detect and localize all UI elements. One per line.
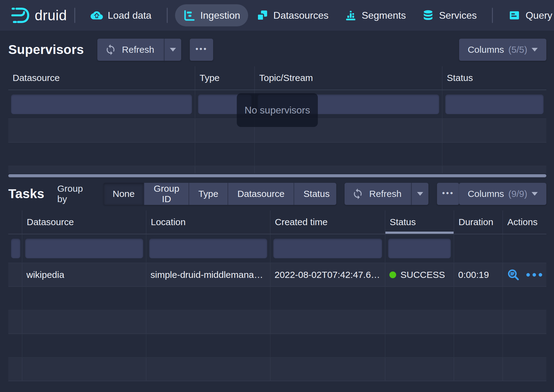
column-header-datasource[interactable]: Datasource	[8, 66, 195, 90]
empty-message: No supervisors	[244, 105, 310, 116]
nav-item-label: Query	[525, 10, 552, 21]
druid-logo[interactable]: druid	[11, 6, 67, 25]
task-location: simple-druid-middlemanager...	[150, 270, 266, 280]
chevron-down-icon	[417, 192, 423, 196]
tasks-table-header: Datasource Location Created time Status …	[8, 210, 546, 234]
refresh-icon	[352, 188, 364, 200]
columns-count: (9/9)	[508, 189, 527, 199]
supervisors-more-button[interactable]: •••	[190, 39, 213, 61]
success-status-dot	[389, 271, 396, 278]
nav-load-data[interactable]: Load data	[83, 4, 159, 26]
nav-ingestion[interactable]: Ingestion	[175, 4, 248, 26]
supervisors-refresh-interval-dropdown[interactable]	[164, 39, 181, 61]
brand-wordmark: druid	[35, 7, 67, 24]
status-filter-input[interactable]	[445, 94, 544, 114]
nav-item-label: Load data	[108, 10, 151, 21]
column-header-topic-stream[interactable]: Topic/Stream	[255, 66, 443, 90]
columns-count: (5/5)	[508, 44, 527, 55]
column-header-duration[interactable]: Duration	[454, 210, 503, 234]
supervisors-table-header: Datasource Type Topic/Stream Status	[8, 66, 546, 90]
column-header-blank	[8, 210, 22, 234]
tasks-table: Datasource Location Created time Status …	[8, 210, 546, 381]
group-by-label: Group by	[57, 183, 93, 204]
created-time-filter-input[interactable]	[273, 239, 382, 258]
column-header-type[interactable]: Type	[195, 66, 255, 90]
empty-row	[8, 287, 546, 310]
columns-label: Columns	[468, 44, 504, 55]
group-by-status-button[interactable]: Status	[294, 183, 336, 205]
column-header-datasource[interactable]: Datasource	[22, 210, 146, 234]
database-icon	[422, 9, 434, 21]
column-header-location[interactable]: Location	[146, 210, 271, 234]
no-supervisors-overlay: No supervisors	[237, 93, 318, 127]
empty-row	[8, 310, 546, 334]
task-row-wikipedia[interactable]: wikipedia simple-druid-middlemanager... …	[8, 263, 546, 287]
column-header-actions[interactable]: Actions	[503, 210, 546, 234]
status-sort-indicator	[385, 232, 454, 234]
ellipsis-icon: •••	[195, 44, 207, 54]
refresh-label: Refresh	[369, 189, 401, 199]
column-header-created-time[interactable]: Created time	[271, 210, 385, 234]
tasks-filter-row	[8, 234, 546, 263]
empty-row	[8, 143, 546, 166]
ellipsis-icon: •••	[442, 188, 454, 198]
datasource-filter-input[interactable]	[25, 239, 143, 258]
stacked-squares-icon	[256, 9, 268, 21]
nav-query[interactable]: Query	[500, 4, 554, 26]
nav-segments[interactable]: Segments	[337, 4, 414, 26]
task-status: SUCCESS	[400, 270, 445, 280]
empty-row	[8, 334, 546, 358]
supervisors-table: Datasource Type Topic/Stream Status No s…	[8, 66, 546, 173]
druid-logo-icon	[11, 6, 30, 25]
group-by-none-button[interactable]: None	[103, 183, 145, 205]
supervisors-refresh-button[interactable]: Refresh	[97, 39, 164, 61]
more-actions-icon[interactable]	[526, 273, 542, 277]
nav-divider	[74, 8, 75, 23]
status-filter-input[interactable]	[388, 239, 451, 258]
tasks-title: Tasks	[8, 186, 44, 201]
tasks-columns-button[interactable]: Columns (9/9)	[459, 183, 546, 205]
group-by-group-id-button[interactable]: Group ID	[144, 183, 189, 205]
group-by-segmented-control: None Group ID Type Datasource Status	[103, 183, 337, 205]
magnify-details-icon[interactable]	[507, 268, 520, 281]
chevron-down-icon	[532, 48, 538, 52]
horizontal-scrollbar[interactable]	[8, 174, 546, 177]
supervisors-title: Supervisors	[8, 42, 84, 57]
nav-item-label: Segments	[362, 10, 406, 21]
bar-segments-icon	[345, 9, 357, 21]
group-by-type-button[interactable]: Type	[189, 183, 228, 205]
empty-row	[8, 166, 546, 173]
column-header-status[interactable]: Status	[443, 66, 546, 90]
datasource-filter-input[interactable]	[11, 94, 192, 114]
columns-label: Columns	[468, 189, 504, 199]
cloud-upload-icon	[91, 9, 103, 21]
clipped-filter-input[interactable]	[11, 239, 20, 258]
nav-item-label: Datasources	[273, 10, 329, 21]
console-icon	[508, 9, 521, 21]
refresh-label: Refresh	[122, 44, 154, 55]
group-by-datasource-button[interactable]: Datasource	[228, 183, 294, 205]
nav-datasources[interactable]: Datasources	[248, 4, 337, 26]
chevron-down-icon	[532, 192, 538, 196]
task-duration: 0:00:19	[458, 270, 489, 280]
top-navigation-bar: druid Load data Ingestion Datasources	[0, 0, 554, 31]
task-datasource: wikipedia	[26, 270, 64, 280]
nav-divider	[167, 8, 168, 23]
tasks-more-button[interactable]: •••	[437, 183, 459, 205]
task-created-time: 2022-08-02T07:42:47.638Z	[275, 270, 381, 280]
nav-item-label: Ingestion	[200, 10, 240, 21]
chevron-down-icon	[170, 48, 176, 52]
nav-item-label: Services	[439, 10, 477, 21]
tasks-refresh-button[interactable]: Refresh	[345, 183, 411, 205]
column-header-status[interactable]: Status	[385, 210, 454, 234]
location-filter-input[interactable]	[149, 239, 267, 258]
supervisors-columns-button[interactable]: Columns (5/5)	[459, 39, 546, 61]
refresh-icon	[105, 44, 116, 56]
tasks-refresh-interval-dropdown[interactable]	[411, 183, 428, 205]
nav-services[interactable]: Services	[414, 4, 485, 26]
empty-row	[8, 358, 546, 381]
nav-divider	[492, 8, 493, 23]
gantt-chart-icon	[183, 9, 195, 21]
